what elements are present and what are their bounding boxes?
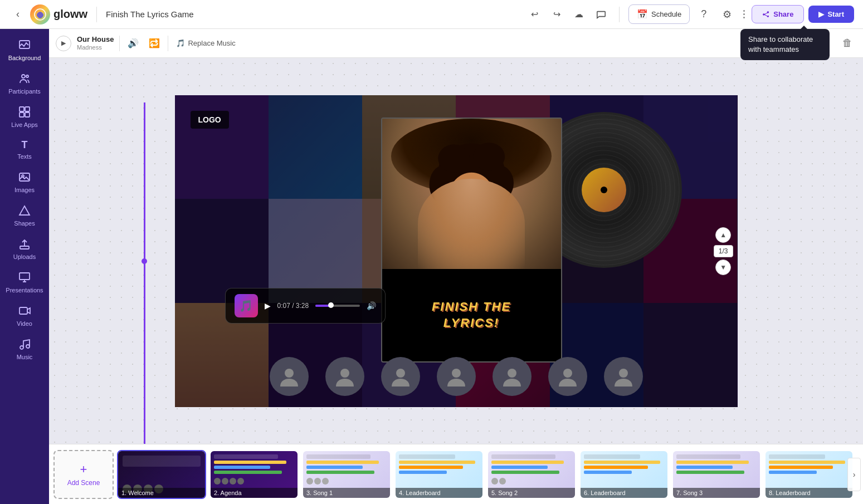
settings-button[interactable]: ⚙ [718, 5, 737, 24]
uploads-icon [18, 238, 31, 251]
sidebar-label-uploads: Uploads [13, 253, 36, 260]
sidebar-item-participants[interactable]: Participants [0, 67, 49, 100]
music-play-button[interactable]: ▶ [56, 36, 71, 51]
music-separator-2 [168, 36, 168, 51]
music-player-thumb: 🎵 [235, 294, 258, 317]
sidebar: Background Participants Live Apps T Text… [0, 29, 49, 504]
person-photo [382, 119, 561, 269]
sidebar-label-shapes: Shapes [14, 220, 35, 227]
scene-6[interactable]: 6. Leaderboard [579, 450, 669, 499]
scene-4[interactable]: 4. Leaderboard [394, 450, 484, 499]
scene-3[interactable]: 3. Song 1 [302, 450, 391, 499]
svg-point-22 [456, 192, 465, 201]
scene-2[interactable]: 2. Agenda [209, 450, 299, 499]
sidebar-item-shapes[interactable]: Shapes [0, 199, 49, 232]
sidebar-item-presentations[interactable]: Presentations [0, 266, 49, 299]
scene-8[interactable]: 8. Leaderboard [764, 450, 854, 499]
sidebar-label-background: Background [8, 55, 41, 61]
sidebar-label-music: Music [17, 354, 33, 360]
game-title-line2: LYRICS! [432, 315, 511, 331]
music-replace-button[interactable]: 🎵 Replace Music [176, 39, 235, 47]
help-button[interactable]: ? [694, 5, 713, 24]
sidebar-item-music[interactable]: Music [0, 332, 49, 366]
filmstrip-scroll-right[interactable]: › [847, 458, 861, 491]
filmstrip: + Add Scene 1. Welcome [49, 444, 863, 504]
svg-point-18 [485, 165, 513, 200]
music-loop-button[interactable]: 🔁 [147, 36, 162, 51]
sidebar-item-texts[interactable]: T Texts [0, 134, 49, 165]
sidebar-item-uploads[interactable]: Uploads [0, 232, 49, 266]
music-info: Our House Madness [77, 35, 114, 51]
canvas-stage: 1989 LOGO [175, 95, 738, 407]
sidebar-item-live-apps[interactable]: Live Apps [0, 100, 49, 134]
logo-text: gloww [53, 8, 87, 21]
add-scene-icon: + [80, 462, 87, 477]
participant-avatar [493, 357, 532, 396]
start-icon: ▶ [818, 10, 824, 18]
app-logo: ‹ gloww [9, 4, 87, 25]
svg-marker-10 [19, 206, 30, 215]
music-volume-button[interactable]: 🔊 [125, 36, 141, 51]
music-player-volume[interactable]: 🔊 [367, 301, 376, 310]
comments-button[interactable] [592, 6, 610, 23]
svg-rect-8 [19, 173, 30, 181]
back-button[interactable]: ‹ [9, 6, 27, 23]
participants-icon [18, 72, 31, 86]
svg-point-31 [508, 369, 516, 378]
sidebar-label-images: Images [14, 187, 35, 193]
nav-down-button[interactable]: ▼ [715, 260, 731, 275]
svg-point-2 [22, 75, 25, 78]
shapes-icon [18, 204, 31, 218]
scene-7-label: 7. Song 3 [673, 488, 760, 498]
share-button[interactable]: Share [752, 5, 804, 23]
share-tooltip: Share to collaborate with teammates [740, 29, 830, 60]
cloud-save-button[interactable]: ☁ [570, 6, 588, 23]
undo-button[interactable]: ↩ [525, 6, 543, 23]
scene-1-label: 1. Welcome [118, 488, 205, 498]
music-player-card[interactable]: 🎵 ▶ 0:07 / 3:28 🔊 [225, 288, 386, 324]
svg-rect-12 [19, 273, 30, 280]
start-button[interactable]: ▶ Start [808, 6, 854, 23]
svg-point-28 [340, 369, 349, 378]
scene-1[interactable]: 1. Welcome [117, 450, 206, 499]
svg-point-14 [20, 346, 23, 349]
game-title-line1: FINISH THE [432, 299, 511, 315]
sidebar-label-live-apps: Live Apps [11, 121, 38, 128]
music-player-bar[interactable] [315, 305, 360, 307]
svg-rect-7 [25, 112, 30, 117]
music-track-subtitle: Madness [77, 44, 114, 51]
nav-up-button[interactable]: ▲ [715, 227, 731, 243]
nav-divider [96, 7, 97, 22]
scene-5[interactable]: 5. Song 2 [487, 450, 576, 499]
photo-card[interactable]: FINISH THE LYRICS! [381, 118, 562, 363]
svg-point-32 [563, 369, 572, 378]
sidebar-label-video: Video [17, 320, 32, 327]
svg-point-3 [26, 75, 28, 77]
schedule-button[interactable]: 📅 Schedule [628, 4, 690, 24]
svg-point-30 [452, 369, 461, 378]
music-delete-button[interactable]: 🗑 [838, 35, 856, 52]
scene-3-label: 3. Song 1 [303, 488, 390, 498]
sidebar-item-video[interactable]: Video [0, 299, 49, 332]
sidebar-item-images[interactable]: Images [0, 165, 49, 199]
redo-button[interactable]: ↪ [548, 6, 565, 23]
scene-5-label: 5. Song 2 [488, 488, 575, 498]
participant-avatar [604, 357, 643, 396]
scene-7[interactable]: 7. Song 3 [672, 450, 761, 499]
more-options-button[interactable] [741, 8, 747, 21]
music-icon [18, 338, 31, 351]
vinyl-hole [601, 187, 607, 193]
timeline-arrow [144, 102, 145, 444]
canvas-wrapper: 1989 LOGO [49, 58, 863, 444]
scene-8-label: 8. Leaderboard [766, 488, 852, 498]
participant-avatar [548, 357, 587, 396]
add-scene-button[interactable]: + Add Scene [53, 450, 114, 499]
face-svg [427, 141, 516, 246]
svg-point-19 [438, 144, 470, 172]
video-icon [18, 305, 31, 318]
music-player-play[interactable]: ▶ [265, 301, 271, 310]
svg-rect-6 [19, 112, 24, 117]
svg-point-33 [619, 369, 628, 378]
vinyl-label [582, 168, 626, 212]
sidebar-item-background[interactable]: Background [0, 33, 49, 67]
